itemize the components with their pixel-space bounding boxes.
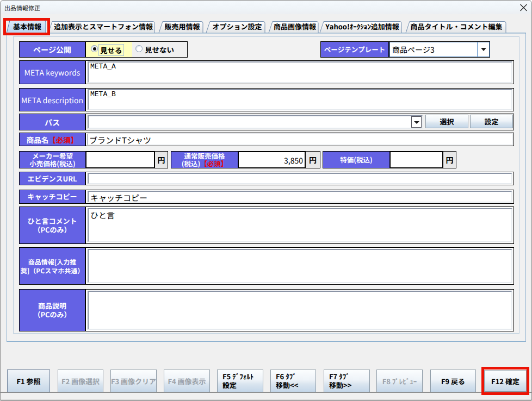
svg-text:Yahoo!ｵｰｸｼｮﾝ追加情報: Yahoo!ｵｰｸｼｮﾝ追加情報 [325,21,399,32]
svg-text:追加表示とスマートフォン情報: 追加表示とスマートフォン情報 [54,21,153,32]
svg-text:商品画像情報: 商品画像情報 [274,21,316,32]
svg-text:オプション設定: オプション設定 [212,21,262,32]
svg-text:商品タイトル・コメント編集: 商品タイトル・コメント編集 [410,21,502,32]
svg-text:販売用情報: 販売用情報 [164,21,200,32]
